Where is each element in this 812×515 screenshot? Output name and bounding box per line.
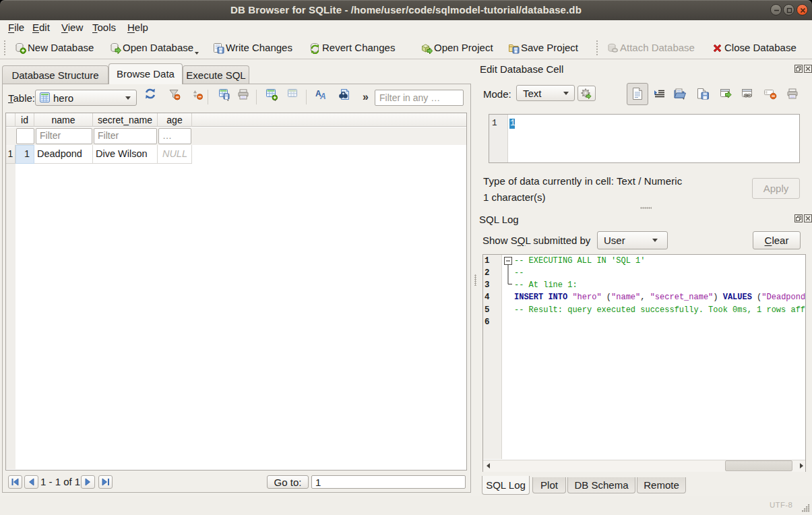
svg-text:A: A (319, 92, 326, 100)
